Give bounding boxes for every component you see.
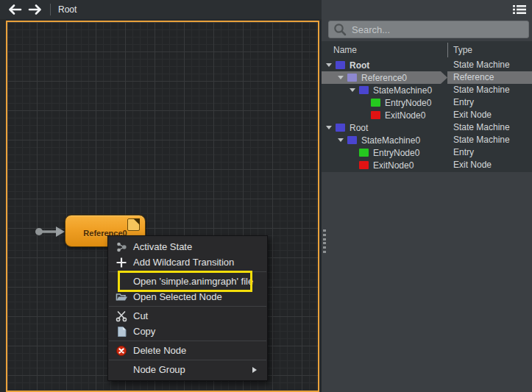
tree-row-name-cell: ExitNode0 xyxy=(322,159,447,171)
node-type-icon xyxy=(359,149,369,157)
menu-item-label: Activate State xyxy=(133,241,192,252)
node-type-icon xyxy=(359,161,369,169)
tree-row[interactable]: ExitNode0 Exit Node xyxy=(322,109,532,121)
reference-badge-icon xyxy=(127,218,140,231)
column-divider[interactable] xyxy=(447,43,448,57)
column-header-name[interactable]: Name xyxy=(322,45,447,55)
back-button[interactable] xyxy=(6,2,24,17)
menu-item-icon xyxy=(114,364,129,376)
context-menu: Activate State Add Wildcard Transition O… xyxy=(107,235,268,381)
anim-graph-hierarchy-panel: Name Type Root State Machine Reference0 … xyxy=(322,0,532,392)
menu-item-label: Node Group xyxy=(133,364,185,375)
search-box xyxy=(328,21,529,38)
tree-row-name-cell: Reference0 xyxy=(322,71,447,84)
node-name: Root xyxy=(350,123,368,133)
menu-item-delete-node[interactable]: Delete Node xyxy=(108,343,267,358)
list-view-button[interactable] xyxy=(511,3,528,16)
menu-separator xyxy=(109,341,266,341)
expand-arrow-icon[interactable] xyxy=(326,126,332,129)
menu-item-label: Open 'simple.animgraph' file xyxy=(133,276,253,287)
node-type-icon xyxy=(359,86,369,94)
scissors-icon xyxy=(114,310,129,322)
expand-arrow-icon[interactable] xyxy=(326,63,332,67)
tree-row-name-cell: StateMachine0 xyxy=(322,134,447,146)
node-type-icon xyxy=(371,111,380,119)
back-arrow-icon xyxy=(7,4,22,15)
node-type: State Machine xyxy=(447,121,532,134)
menu-item-open-simple-animgraph-file[interactable]: Open 'simple.animgraph' file xyxy=(108,274,267,289)
expand-arrow-icon[interactable] xyxy=(338,76,344,79)
node-tree: Name Type Root State Machine Reference0 … xyxy=(322,41,532,172)
copy-icon xyxy=(114,326,129,338)
menu-item-cut[interactable]: Cut xyxy=(108,308,267,324)
menu-separator xyxy=(109,271,266,272)
node-name: Reference0 xyxy=(361,73,407,83)
node-type-icon xyxy=(336,61,345,69)
forward-arrow-icon xyxy=(28,4,43,15)
tree-row[interactable]: StateMachine0 State Machine xyxy=(322,134,532,146)
node-type: State Machine xyxy=(447,59,532,71)
menu-item-copy[interactable]: Copy xyxy=(108,324,267,339)
node-name: EntryNode0 xyxy=(385,98,431,108)
node-name: EntryNode0 xyxy=(373,148,419,158)
breadcrumb[interactable]: Root xyxy=(58,4,77,15)
node-type-icon xyxy=(336,124,345,132)
tree-row-name-cell: StateMachine0 xyxy=(322,84,447,96)
tree-row-name-cell: Root xyxy=(322,59,447,71)
menu-item-node-group[interactable]: Node Group xyxy=(108,362,267,377)
menu-item-label: Copy xyxy=(133,326,155,337)
node-type: Entry xyxy=(447,96,532,109)
activate-state-icon xyxy=(114,241,129,253)
canvas-left-margin xyxy=(0,19,6,392)
tree-row-name-cell: ExitNode0 xyxy=(322,109,447,121)
node-name: Root xyxy=(350,60,369,71)
node-type: State Machine xyxy=(447,134,532,146)
tree-row[interactable]: ExitNode0 Exit Node xyxy=(322,159,532,171)
tree-row[interactable]: EntryNode0 Entry xyxy=(322,96,532,109)
node-type-icon xyxy=(347,136,357,144)
tree-row[interactable]: Root State Machine xyxy=(322,59,532,71)
navigation-toolbar: Root xyxy=(0,0,322,19)
node-type: Entry xyxy=(447,146,532,159)
menu-item-activate-state[interactable]: Activate State xyxy=(108,239,267,254)
menu-item-label: Open Selected Node xyxy=(133,291,222,302)
search-input[interactable] xyxy=(347,24,528,35)
submenu-arrow-icon xyxy=(252,367,257,373)
tree-body: Root State Machine Reference0 Reference … xyxy=(322,59,532,171)
open-node-icon xyxy=(114,291,129,303)
list-view-icon xyxy=(511,3,528,16)
menu-item-label: Add Wildcard Transition xyxy=(133,257,234,268)
entry-transition-arrow[interactable] xyxy=(34,224,66,239)
tree-row-name-cell: EntryNode0 xyxy=(322,146,447,159)
node-name: ExitNode0 xyxy=(385,110,425,121)
column-header-type[interactable]: Type xyxy=(447,45,532,55)
node-name: StateMachine0 xyxy=(361,135,420,146)
menu-item-label: Cut xyxy=(133,310,148,321)
tree-row[interactable]: Reference0 Reference xyxy=(322,71,532,84)
node-name: ExitNode0 xyxy=(373,160,414,171)
tree-row[interactable]: EntryNode0 Entry xyxy=(322,146,532,159)
expand-arrow-icon[interactable] xyxy=(338,138,344,142)
expand-arrow-icon[interactable] xyxy=(350,88,355,92)
tree-row[interactable]: StateMachine0 State Machine xyxy=(322,84,532,96)
menu-item-open-selected-node[interactable]: Open Selected Node xyxy=(108,289,267,304)
tree-row-name-cell: Root xyxy=(322,121,447,134)
menu-separator xyxy=(109,306,266,307)
breadcrumb-divider xyxy=(50,4,51,15)
delete-icon xyxy=(114,345,129,357)
node-type: Exit Node xyxy=(447,159,532,171)
panel-splitter-handle[interactable] xyxy=(323,229,327,253)
node-type: Exit Node xyxy=(447,109,532,121)
tree-header: Name Type xyxy=(322,41,532,59)
search-icon xyxy=(333,22,347,37)
tree-row[interactable]: Root State Machine xyxy=(322,121,532,134)
menu-item-add-wildcard-transition[interactable]: Add Wildcard Transition xyxy=(108,254,267,270)
plus-icon xyxy=(114,257,129,268)
graph-canvas[interactable]: Reference0 Activate State Add Wildcard T… xyxy=(6,21,319,392)
forward-button[interactable] xyxy=(26,2,44,17)
menu-item-label: Delete Node xyxy=(133,345,186,356)
node-name: StateMachine0 xyxy=(373,85,432,96)
node-type-icon xyxy=(371,99,380,107)
node-type: Reference xyxy=(447,71,532,84)
menu-separator xyxy=(109,360,266,360)
